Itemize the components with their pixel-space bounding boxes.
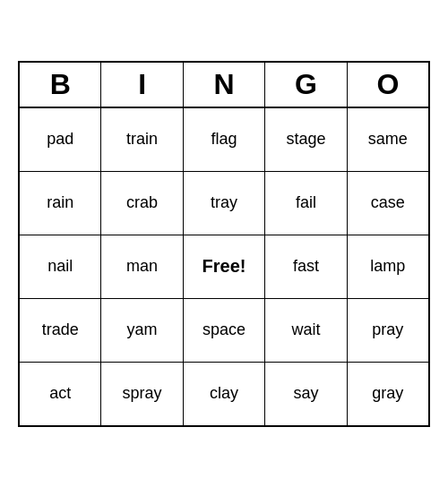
cell-r2-c0: nail	[20, 235, 101, 298]
bingo-header: BINGO	[20, 63, 428, 108]
cell-r3-c4: pray	[348, 299, 428, 362]
cell-r0-c4: same	[348, 108, 428, 171]
cell-r2-c1: man	[101, 235, 183, 298]
cell-r2-c3: fast	[265, 235, 347, 298]
bingo-row: raincrabtrayfailcase	[20, 172, 428, 235]
cell-r4-c3: say	[265, 363, 347, 425]
cell-r4-c4: gray	[348, 363, 428, 425]
cell-r1-c2: tray	[184, 172, 265, 235]
cell-r0-c3: stage	[265, 108, 347, 171]
cell-r4-c1: spray	[101, 363, 183, 425]
cell-r3-c0: trade	[20, 299, 101, 362]
cell-r3-c2: space	[184, 299, 265, 362]
cell-r3-c1: yam	[101, 299, 183, 362]
cell-r1-c3: fail	[265, 172, 347, 235]
cell-r0-c1: train	[101, 108, 183, 171]
bingo-row: padtrainflagstagesame	[20, 108, 428, 172]
cell-r4-c0: act	[20, 363, 101, 425]
cell-r1-c0: rain	[20, 172, 101, 235]
header-letter: N	[184, 63, 265, 107]
cell-r3-c3: wait	[265, 299, 347, 362]
cell-r4-c2: clay	[184, 363, 265, 425]
bingo-row: tradeyamspacewaitpray	[20, 299, 428, 363]
header-letter: G	[265, 63, 347, 107]
header-letter: B	[20, 63, 101, 107]
header-letter: I	[101, 63, 183, 107]
cell-r1-c1: crab	[101, 172, 183, 235]
bingo-body: padtrainflagstagesameraincrabtrayfailcas…	[20, 108, 428, 425]
cell-r0-c2: flag	[184, 108, 265, 171]
cell-r2-c2: Free!	[184, 235, 265, 298]
bingo-row: nailmanFree!fastlamp	[20, 235, 428, 299]
cell-r2-c4: lamp	[348, 235, 428, 298]
bingo-card: BINGO padtrainflagstagesameraincrabtrayf…	[18, 61, 430, 427]
cell-r0-c0: pad	[20, 108, 101, 171]
bingo-row: actsprayclaysaygray	[20, 363, 428, 425]
cell-r1-c4: case	[348, 172, 428, 235]
header-letter: O	[348, 63, 428, 107]
